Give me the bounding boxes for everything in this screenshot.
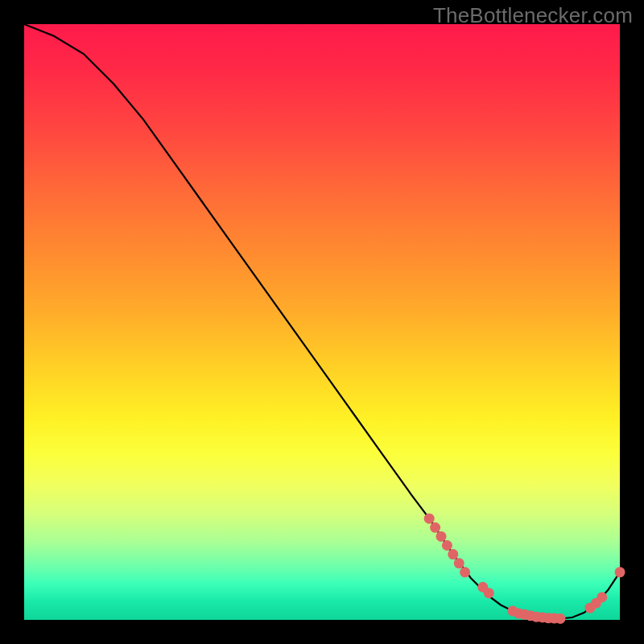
data-point [454, 558, 464, 568]
data-point [424, 514, 435, 524]
data-point [484, 588, 494, 598]
curve-layer [24, 24, 620, 620]
watermark-text: TheBottlenecker.com [433, 3, 633, 28]
data-point [615, 567, 625, 577]
data-point [460, 567, 470, 577]
data-point [597, 592, 607, 602]
data-point [442, 540, 452, 551]
data-point [430, 522, 440, 533]
data-point [555, 613, 566, 624]
plot-area [24, 24, 620, 620]
data-point [436, 531, 447, 542]
data-point [448, 549, 458, 559]
data-markers [424, 514, 625, 624]
bottleneck-curve [24, 24, 620, 619]
chart-frame: TheBottlenecker.com [0, 0, 644, 644]
